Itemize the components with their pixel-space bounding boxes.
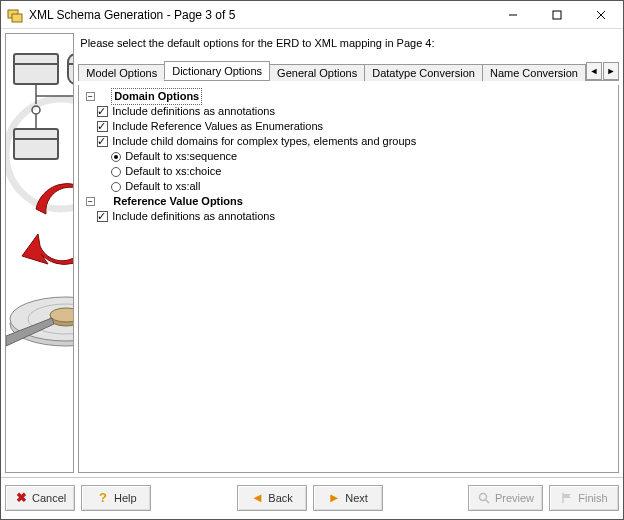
radio-default-xs-all[interactable] [111,182,121,192]
back-button[interactable]: ◄ Back [237,485,307,511]
tab-scroll-right-button[interactable]: ► [603,62,619,80]
maximize-button[interactable] [535,1,579,29]
titlebar: XML Schema Generation - Page 3 of 5 [1,1,623,29]
window-title: XML Schema Generation - Page 3 of 5 [29,8,491,22]
tab-model-options[interactable]: Model Options [78,64,165,81]
wizard-graphic [5,33,74,473]
finish-button[interactable]: Finish [549,485,619,511]
label-refval-include-definitions: Include definitions as annotations [112,209,275,224]
tab-strip: Model Options Dictionary Options General… [78,59,619,81]
content-area: Please select the default options for th… [1,29,623,477]
svg-rect-15 [14,129,58,159]
radio-default-xs-sequence[interactable] [111,152,121,162]
finish-flag-icon [560,491,574,505]
app-icon [7,7,23,23]
tab-scroll-left-button[interactable]: ◄ [586,62,602,80]
main-pane: Please select the default options for th… [78,33,619,473]
back-button-label: Back [268,492,292,504]
next-button[interactable]: ► Next [313,485,383,511]
options-tree: − Domain Options Include definitions as … [78,85,619,473]
svg-rect-3 [553,11,561,19]
cancel-button[interactable]: ✖ Cancel [5,485,75,511]
label-default-xs-choice: Default to xs:choice [125,164,221,179]
help-button-label: Help [114,492,137,504]
cancel-button-label: Cancel [32,492,66,504]
tab-dictionary-options[interactable]: Dictionary Options [164,61,270,80]
preview-icon [477,491,491,505]
check-domain-include-definitions[interactable] [97,106,108,117]
expander-reference-value-options[interactable]: − [86,197,95,206]
minimize-button[interactable] [491,1,535,29]
svg-point-23 [479,493,486,500]
label-default-xs-sequence: Default to xs:sequence [125,149,237,164]
svg-line-24 [486,500,489,503]
button-bar: ✖ Cancel ? Help ◄ Back ► Next Preview Fi… [1,477,623,517]
svg-rect-7 [14,54,58,84]
help-button[interactable]: ? Help [81,485,151,511]
radio-default-xs-choice[interactable] [111,167,121,177]
group-reference-value-options[interactable]: Reference Value Options [111,194,245,209]
help-icon: ? [96,491,110,505]
next-button-label: Next [345,492,368,504]
svg-rect-9 [68,54,74,84]
check-refval-include-definitions[interactable] [97,211,108,222]
preview-button-label: Preview [495,492,534,504]
cancel-icon: ✖ [14,491,28,505]
group-domain-options[interactable]: Domain Options [111,88,202,105]
expander-domain-options[interactable]: − [86,92,95,101]
svg-point-22 [50,308,74,322]
tab-name-conversion[interactable]: Name Conversion [482,64,586,81]
finish-button-label: Finish [578,492,607,504]
label-default-xs-all: Default to xs:all [125,179,200,194]
instruction-text: Please select the default options for th… [78,33,619,55]
check-domain-include-child-domains[interactable] [97,136,108,147]
label-domain-include-definitions: Include definitions as annotations [112,104,275,119]
label-domain-include-child-domains: Include child domains for complex types,… [112,134,416,149]
tab-datatype-conversion[interactable]: Datatype Conversion [364,64,483,81]
tab-general-options[interactable]: General Options [269,64,365,81]
svg-rect-1 [12,14,22,22]
preview-button[interactable]: Preview [468,485,543,511]
label-domain-include-reference-values: Include Reference Values as Enumerations [112,119,323,134]
arrow-right-icon: ► [327,491,341,505]
close-button[interactable] [579,1,623,29]
arrow-left-icon: ◄ [250,491,264,505]
check-domain-include-reference-values[interactable] [97,121,108,132]
